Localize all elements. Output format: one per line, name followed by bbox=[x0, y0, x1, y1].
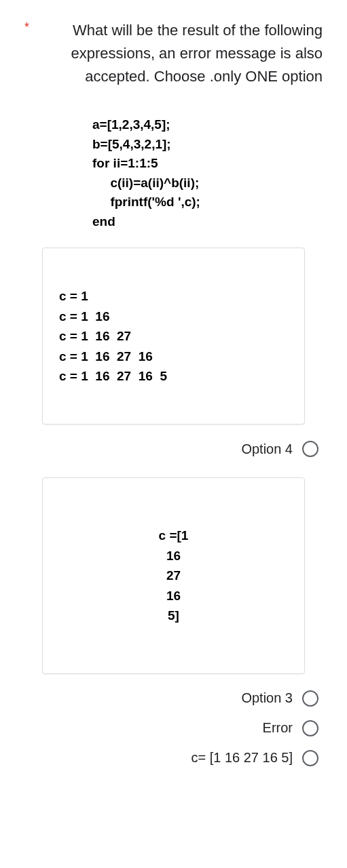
question-text: What will be the result of the following… bbox=[38, 19, 323, 88]
required-asterisk: * bbox=[24, 19, 33, 36]
radio-option-inline[interactable] bbox=[302, 750, 318, 766]
code-block: a=[1,2,3,4,5]; b=[5,4,3,2,1]; for ii=1:1… bbox=[92, 115, 323, 231]
card-body-4: c = 1 c = 1 16 c = 1 16 27 c = 1 16 27 1… bbox=[43, 248, 304, 424]
option-row-error[interactable]: Error bbox=[24, 713, 318, 743]
radio-option-4[interactable] bbox=[302, 441, 318, 457]
option-row-inline[interactable]: c= [1 16 27 16 5] bbox=[24, 743, 318, 773]
question-row: * What will be the result of the followi… bbox=[24, 19, 323, 88]
option-label-error: Error bbox=[263, 720, 293, 736]
option-label-inline: c= [1 16 27 16 5] bbox=[191, 750, 293, 766]
card-body-3: c =[1 16 27 16 5] bbox=[43, 478, 304, 673]
option-row-4[interactable]: Option 4 bbox=[24, 434, 318, 464]
option-row-3[interactable]: Option 3 bbox=[24, 684, 318, 713]
option-card-3: c =[1 16 27 16 5] bbox=[42, 477, 305, 673]
radio-option-3[interactable] bbox=[302, 690, 318, 707]
question-container: * What will be the result of the followi… bbox=[0, 0, 347, 792]
option-label-3: Option 3 bbox=[241, 690, 293, 706]
radio-option-error[interactable] bbox=[302, 720, 318, 736]
option-label-4: Option 4 bbox=[241, 441, 293, 457]
option-card-4: c = 1 c = 1 16 c = 1 16 27 c = 1 16 27 1… bbox=[42, 248, 305, 425]
